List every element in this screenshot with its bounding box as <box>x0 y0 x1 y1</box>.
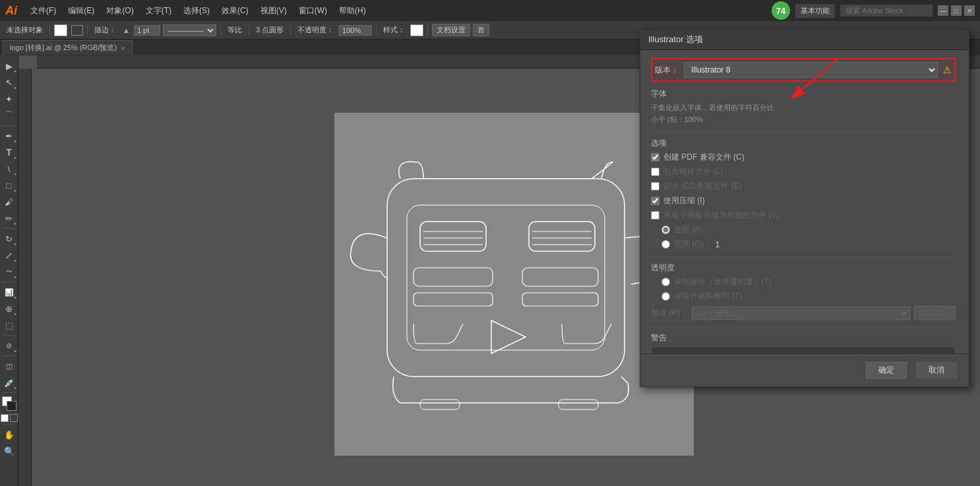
transparency-title: 透明度 <box>651 262 956 274</box>
direct-selection-tool[interactable]: ↖▸ <box>1 75 17 90</box>
divider-2 <box>651 257 956 257</box>
preserve-appearance-radio[interactable] <box>661 292 670 301</box>
slice-tool[interactable]: ⊘▸ <box>1 338 17 353</box>
fill-color-swatch[interactable] <box>54 24 67 36</box>
dialog-title: Illustrator 选项 <box>648 34 703 46</box>
opacity-label: 不透明度： <box>295 24 336 36</box>
stroke-color-swatch[interactable] <box>71 25 83 36</box>
version-select[interactable]: Illustrator 8 <box>684 62 938 78</box>
scale-tool[interactable]: ⤢▸ <box>1 247 17 263</box>
stroke-color[interactable] <box>7 401 16 411</box>
menu-help[interactable]: 帮助(H) <box>334 3 371 19</box>
selection-tool[interactable]: ▶▸ <box>1 58 17 74</box>
menu-text[interactable]: 文字(T) <box>140 3 177 19</box>
type-tool[interactable]: T▸ <box>1 144 17 160</box>
artboards-row: 将每个画板存储为单独的文件 (V) <box>651 210 956 221</box>
tool-separator-1 <box>3 125 16 126</box>
warnings-title: 警告 <box>651 332 956 344</box>
illustrator-options-dialog[interactable]: Illustrator 选项 版本： Illustrator 8 ⚠ 字体 子集… <box>640 29 969 387</box>
color-swatches[interactable] <box>2 396 16 411</box>
doc-settings-button[interactable]: 文档设置 <box>432 24 470 36</box>
menu-bar: Ai 文件(F) 编辑(E) 对象(O) 文字(T) 选择(S) 效果(C) 视… <box>0 0 980 21</box>
divider-3 <box>651 326 956 327</box>
scale-label: 等比 <box>225 24 245 36</box>
stock-search-input[interactable] <box>840 5 933 16</box>
custom-button[interactable]: 自定 (U)... <box>914 306 956 320</box>
stroke-up-icon: ▲ <box>123 26 130 34</box>
compress-row: 使用压缩 (I) <box>651 195 956 206</box>
opacity-input[interactable] <box>339 25 372 36</box>
linked-files-checkbox[interactable] <box>651 167 659 176</box>
compress-checkbox[interactable] <box>651 197 659 205</box>
points-label: 3 点圆形 <box>253 24 286 36</box>
stroke-options-select[interactable]: ————— <box>163 24 216 36</box>
eyedropper-tool[interactable]: 💉▸ <box>1 375 17 390</box>
style-swatch[interactable] <box>410 24 423 36</box>
magic-wand-tool[interactable]: ✦ <box>1 91 17 107</box>
range-artboards-radio[interactable] <box>661 240 670 249</box>
first-button[interactable]: 首 <box>473 24 489 36</box>
preset-select[interactable]: [ 中分辨率 ] <box>692 307 910 320</box>
none-mode-button[interactable] <box>10 414 18 422</box>
preset-row: 预设 (R)： [ 中分辨率 ] 自定 (U)... <box>651 306 956 320</box>
menu-view[interactable]: 视图(V) <box>255 3 292 19</box>
preserve-appearance-label: 保留外观和叠印 (T) <box>674 291 742 302</box>
menu-window[interactable]: 窗口(W) <box>293 3 332 19</box>
pencil-tool[interactable]: ✏▸ <box>1 210 17 226</box>
line-tool[interactable]: \▸ <box>1 161 17 177</box>
dialog-scroll-area[interactable]: 版本： Illustrator 8 ⚠ 字体 子集化嵌入字体，若使用的字符百分比… <box>640 50 969 353</box>
warning-triangle-icon: ⚠ <box>657 352 665 353</box>
gradient-tool[interactable]: ◫ <box>1 358 17 374</box>
cancel-button[interactable]: 取消 <box>915 361 958 380</box>
user-avatar[interactable]: 74 <box>772 1 790 20</box>
maximize-button[interactable]: □ <box>951 5 962 16</box>
symbol-tool[interactable]: ⊕▸ <box>1 301 17 317</box>
tool-separator-7 <box>3 424 16 425</box>
close-button[interactable]: ✕ <box>964 5 975 16</box>
icc-profile-checkbox[interactable] <box>651 182 659 191</box>
zoom-tool[interactable]: 🔍 <box>1 443 17 459</box>
artboard-tool[interactable]: ⬚ <box>1 317 17 333</box>
menu-file[interactable]: 文件(F) <box>25 3 61 19</box>
warp-tool[interactable]: 〜▸ <box>1 264 17 280</box>
tool-separator-2 <box>3 228 16 229</box>
stroke-width-input[interactable] <box>134 25 160 36</box>
options-section: 选项 创建 PDF 兼容文件 (C) 包含链接文件 (L) 嵌入 ICC <box>651 138 956 250</box>
minimize-button[interactable]: — <box>938 5 948 16</box>
menu-edit[interactable]: 编辑(E) <box>63 3 100 19</box>
toolbar-separator-1 <box>49 25 50 36</box>
dialog-body: 版本： Illustrator 8 ⚠ 字体 子集化嵌入字体，若使用的字符百分比… <box>640 50 966 353</box>
ok-button[interactable]: 确定 <box>865 361 908 380</box>
toolbar-separator-2 <box>87 25 88 36</box>
shape-tool[interactable]: □▸ <box>1 177 17 193</box>
hand-tool[interactable]: ✋ <box>1 427 17 442</box>
paintbrush-tool[interactable]: 🖌 <box>1 194 17 210</box>
ruler-vertical <box>18 69 32 486</box>
toolbar-separator-5 <box>290 25 291 36</box>
document-tab[interactable]: logo [转换].ai @ 25% (RGB/预览) × <box>3 40 133 55</box>
dialog-footer: 确定 取消 <box>640 353 969 386</box>
workspace-button[interactable]: 基本功能 <box>795 4 835 18</box>
fill-mode-button[interactable] <box>1 414 9 422</box>
lasso-tool[interactable]: ⌒ <box>1 107 17 123</box>
font-desc-1: 子集化嵌入字体，若使用的字符百分比 <box>651 102 956 114</box>
version-label: 版本： <box>655 65 679 76</box>
preserve-paths-radio[interactable] <box>661 278 670 286</box>
menu-object[interactable]: 对象(O) <box>101 3 138 19</box>
rotate-tool[interactable]: ↻▸ <box>1 231 17 247</box>
menu-effect[interactable]: 效果(C) <box>216 3 254 19</box>
graph-tool[interactable]: 📊▸ <box>1 284 17 300</box>
menu-select[interactable]: 选择(S) <box>178 3 215 19</box>
pen-tool[interactable]: ✒▸ <box>1 128 17 144</box>
style-label: 样式： <box>381 24 408 36</box>
pdf-compat-row: 创建 PDF 兼容文件 (C) <box>651 152 956 163</box>
pdf-compat-checkbox[interactable] <box>651 153 659 162</box>
toolbar-separator-7 <box>427 25 428 36</box>
icc-profile-label: 嵌入 ICC 配置文件 (E) <box>663 181 742 192</box>
artboards-checkbox[interactable] <box>651 211 659 220</box>
version-warning-icon: ⚠ <box>943 65 952 75</box>
tab-close-button[interactable]: × <box>121 44 125 52</box>
range-value: 1 <box>716 240 720 249</box>
toolbar-separator-4 <box>249 25 249 36</box>
all-artboards-radio[interactable] <box>661 226 670 234</box>
